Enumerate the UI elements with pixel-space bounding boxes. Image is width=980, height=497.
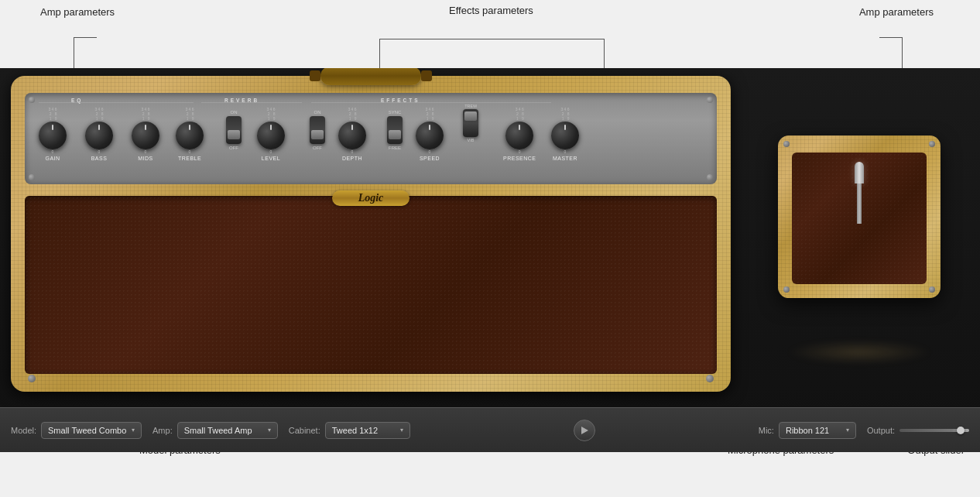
screw-tr [707, 97, 713, 103]
mids-scale-top: 3 4 6 2 8 1 9 [141, 107, 149, 121]
presence-scale-top: 3 4 6 2 8 1 9 [516, 107, 524, 121]
reverb-level-knob[interactable] [257, 122, 285, 149]
ann-line-effects-right [604, 39, 605, 68]
master-label: MASTER [553, 156, 577, 161]
mids-scale-bottom: 0 [145, 149, 147, 154]
reverb-level-knob-group: 3 4 6 2 8 1 9 0 LEVEL [257, 107, 285, 161]
reverb-line [201, 102, 302, 103]
effects-parameters-label: Effects parameters [449, 3, 533, 18]
gain-label: GAIN [45, 156, 60, 161]
handle-mount-right [421, 70, 432, 81]
ann-line-amp-right [902, 37, 903, 68]
treble-scale-top: 3 4 6 2 8 1 9 [185, 107, 194, 121]
treble-label: TREBLE [178, 156, 201, 161]
reverb-toggle[interactable] [226, 116, 242, 144]
ann-line-effects-left [379, 39, 380, 68]
cabinet-value2: Tweed 1x12 [332, 426, 378, 435]
microphone [855, 162, 864, 224]
logo-text: Logic [358, 192, 384, 204]
presence-label: PRESENCE [503, 156, 536, 161]
mic-label2: Mic: [759, 426, 774, 435]
speed-knob-group: 3 4 6 2 8 1 9 0 SPEED [416, 107, 444, 161]
amp-label2: Amp: [152, 426, 173, 435]
cabinet-grille [792, 153, 927, 284]
vib-label: VIB [468, 138, 475, 142]
bottom-toolbar-overlay: Model: Small Tweed Combo ▾ Amp: Small Tw… [0, 407, 980, 452]
speed-scale-top: 3 4 6 2 8 1 9 [425, 107, 433, 121]
amp-dropdown2[interactable]: Small Tweed Amp ▾ [177, 422, 278, 439]
cabinet-label2: Cabinet: [289, 426, 320, 435]
level-label: LEVEL [262, 156, 280, 161]
output-thumb2[interactable] [957, 427, 965, 434]
play-button2[interactable] [574, 420, 595, 441]
amp-handle [320, 67, 421, 85]
mids-knob[interactable] [132, 122, 159, 149]
depth-scale-bottom: 0 [351, 149, 354, 154]
amp-arrow2: ▾ [268, 427, 271, 434]
gain-knob-group: 3 4 6 2 8 1 9 0 GAIN [39, 107, 67, 161]
reverb-toggle-knob [228, 130, 240, 139]
reverb-on-label: ON [231, 110, 238, 115]
depth-knob[interactable] [338, 122, 366, 149]
treble-knob[interactable] [176, 122, 204, 149]
speaker-grille [25, 196, 717, 374]
mic-arrow2: ▾ [846, 427, 849, 434]
amp-value2: Small Tweed Amp [184, 426, 252, 435]
bass-knob-group: 3 4 6 2 8 1 9 0 BASS [85, 107, 113, 161]
effects-toggle-group[interactable]: ON OFF [310, 110, 325, 150]
master-scale-bottom: 0 [564, 149, 567, 154]
effects-off-label: OFF [313, 146, 322, 150]
treble-knob-group: 3 4 6 2 8 1 9 0 TREBLE [176, 107, 204, 161]
output-slider2[interactable] [899, 429, 969, 432]
ann-line-amp-left [74, 37, 74, 68]
speed-knob[interactable] [416, 122, 444, 149]
level-scale-top: 3 4 6 2 8 1 9 [266, 107, 275, 121]
mids-knob-group: 3 4 6 2 8 1 9 0 MIDS [132, 107, 159, 161]
amp-screw-bl [28, 375, 36, 382]
effects-line [311, 102, 551, 103]
grille-texture [25, 196, 717, 374]
logo-plate: Logic [332, 190, 409, 206]
free-label: FREE [389, 146, 401, 150]
reverb-toggle-group[interactable]: ON OFF [226, 110, 242, 150]
depth-scale-top: 3 4 6 2 8 1 9 [348, 107, 356, 121]
amp-screw-br [706, 375, 714, 382]
model-dropdown2[interactable]: Small Tweed Combo ▾ [41, 422, 142, 439]
screw-tl [29, 97, 35, 103]
bass-scale-bottom: 0 [98, 149, 101, 154]
depth-label: DEPTH [342, 156, 362, 161]
trem-toggle[interactable] [463, 109, 478, 137]
cabinet-dropdown2[interactable]: Tweed 1x12 ▾ [325, 422, 410, 439]
effects-on-label: ON [314, 110, 321, 115]
master-scale-top: 3 4 6 2 8 1 9 [560, 107, 569, 121]
presence-scale-bottom: 0 [519, 149, 521, 154]
ann-line-amp-left-h [74, 37, 97, 38]
mids-label: MIDS [138, 156, 153, 161]
presence-knob[interactable] [505, 122, 533, 149]
gain-knob[interactable] [39, 122, 67, 149]
trem-toggle-group[interactable]: TREM VIB [463, 104, 478, 142]
effects-toggle[interactable] [310, 116, 325, 144]
screw-bl [29, 174, 35, 180]
mic-dropdown2[interactable]: Ribbon 121 ▾ [779, 422, 856, 439]
amp-body: EQ REVERB EFFECTS 3 4 6 2 8 1 9 0 GAIN 3… [11, 76, 731, 392]
control-panel: EQ REVERB EFFECTS 3 4 6 2 8 1 9 0 GAIN 3… [25, 93, 717, 184]
sync-label: SYNC [389, 110, 402, 115]
model-value2: Small Tweed Combo [48, 426, 126, 435]
top-annotation-area: Amp parameters Effects parameters Amp pa… [0, 0, 980, 68]
amp-parameters-right-label: Amp parameters [859, 5, 934, 19]
trem-toggle-knob [464, 111, 477, 121]
master-knob[interactable] [551, 122, 579, 149]
gain-scale-top: 3 4 6 2 8 1 9 [48, 107, 57, 121]
cabinet-arrow2: ▾ [400, 427, 403, 434]
cabinet-box [778, 135, 941, 298]
cab-screw-br [929, 286, 935, 293]
model-label2: Model: [11, 426, 36, 435]
treble-scale-bottom: 0 [189, 149, 191, 154]
sync-toggle-group[interactable]: SYNC FREE [387, 110, 403, 150]
cabinet-area [751, 77, 968, 372]
bass-knob[interactable] [85, 122, 113, 149]
speed-scale-bottom: 0 [429, 149, 431, 154]
cabinet-reflection [786, 341, 933, 364]
sync-toggle[interactable] [387, 116, 403, 144]
